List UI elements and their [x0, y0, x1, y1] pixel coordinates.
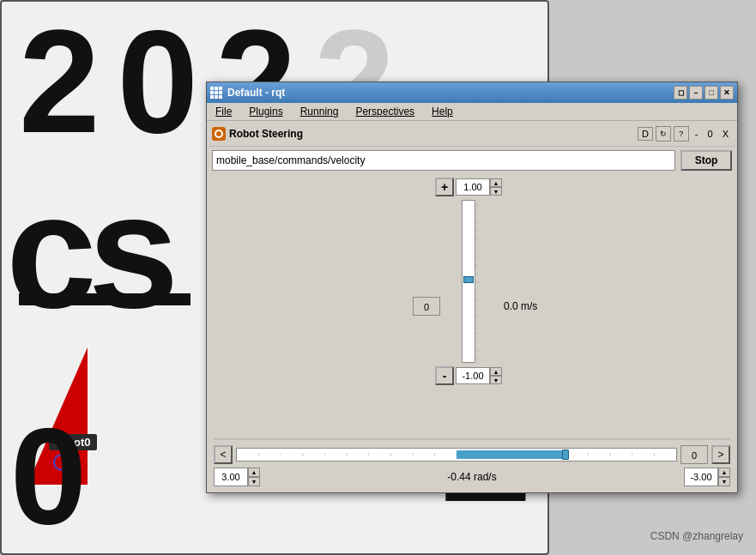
robot-steering-icon [212, 127, 226, 141]
h-slider-row: < [214, 443, 730, 466]
h-fill [457, 450, 562, 459]
toolbar-x-btn[interactable]: X [719, 128, 732, 140]
maximize-button[interactable]: □ [705, 86, 718, 100]
refresh-icon[interactable]: ↻ [656, 126, 671, 142]
close-button[interactable]: ✕ [720, 86, 734, 100]
h-right-spinbox-arrows: ▲ ▼ [718, 468, 730, 486]
grid-icon [210, 87, 222, 99]
rqt-window: Default - rqt ◻ – □ ✕ File Plugins Runni… [206, 81, 738, 493]
toolbar-d-btn[interactable]: D [638, 127, 653, 141]
toolbar: Robot Steering D ↻ ? - 0 X [207, 121, 737, 147]
stop-button[interactable]: Stop [680, 150, 732, 171]
toolbar-label: Robot Steering [229, 128, 303, 140]
toolbar-0-btn[interactable]: 0 [705, 128, 717, 140]
titlebar-controls[interactable]: ◻ – □ ✕ [674, 86, 734, 100]
titlebar-left: Default - rqt [210, 87, 285, 99]
h-right-spinbox[interactable] [684, 468, 718, 486]
h-bottom-row: ▲ ▼ -0.44 rad/s ▲ ▼ [214, 466, 730, 488]
minimize-button[interactable]: – [689, 86, 703, 100]
rqt-body: Stop 0 + ▲ ▼ [207, 147, 737, 492]
h-left-button[interactable]: < [214, 445, 233, 464]
menu-plugins[interactable]: Plugins [244, 104, 287, 119]
window-title: Default - rqt [227, 87, 285, 99]
h-left-spinbox-arrows: ▲ ▼ [248, 468, 260, 486]
topic-row: Stop [207, 147, 737, 174]
toolbar-dash: - [692, 128, 702, 140]
v-zero-left: 0 [413, 297, 440, 316]
menu-help[interactable]: Help [426, 104, 458, 119]
h-right-spinbox-down[interactable]: ▼ [718, 477, 730, 486]
h-right-spinbox-group: ▲ ▼ [684, 468, 730, 486]
h-right-spinbox-up[interactable]: ▲ [718, 468, 730, 477]
titlebar: Default - rqt ◻ – □ ✕ [207, 82, 737, 103]
h-right-button[interactable]: > [711, 445, 730, 464]
menu-running[interactable]: Running [295, 104, 344, 119]
h-slider-thumb[interactable] [562, 449, 569, 460]
v-plus-button[interactable]: + [435, 178, 454, 196]
v-minus-button[interactable]: - [435, 366, 454, 385]
h-slider-track [236, 448, 677, 461]
v-max-input[interactable] [456, 178, 490, 196]
menubar: File Plugins Running Perspectives Help [207, 103, 737, 121]
speed-display: 0.0 m/s [504, 300, 537, 312]
watermark: CSDN @zhangrelay [650, 530, 743, 542]
h-left-spinbox-group: ▲ ▼ [214, 468, 260, 486]
v-slider-track [462, 200, 475, 363]
v-min-input[interactable] [456, 367, 490, 384]
h-left-spinbox[interactable] [214, 468, 248, 486]
v-slider-column: + ▲ ▼ [447, 178, 490, 435]
topic-input[interactable] [212, 150, 675, 171]
menu-perspectives[interactable]: Perspectives [350, 104, 420, 119]
v-slider-thumb[interactable] [463, 276, 474, 283]
angle-display: -0.44 rad/s [447, 471, 496, 483]
h-left-spinbox-down[interactable]: ▼ [248, 477, 260, 486]
slider-area: 0 + ▲ ▼ [207, 174, 737, 438]
h-slider-section: < [207, 440, 737, 492]
restore-icon[interactable]: ◻ [674, 86, 687, 100]
menu-file[interactable]: File [210, 104, 237, 119]
help-icon[interactable]: ? [674, 126, 689, 142]
h-zero-display: 0 [680, 445, 708, 464]
tick-marks-right [475, 201, 485, 362]
h-left-spinbox-up[interactable]: ▲ [248, 468, 260, 477]
